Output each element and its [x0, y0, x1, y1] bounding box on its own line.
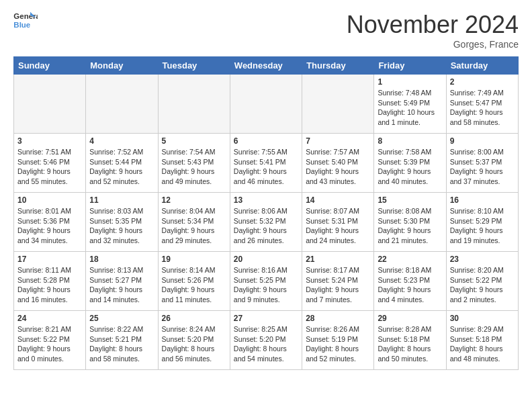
day-detail: Sunrise: 8:07 AM Sunset: 5:31 PM Dayligh… [306, 206, 370, 246]
calendar-day-cell: 9Sunrise: 8:00 AM Sunset: 5:37 PM Daylig… [446, 134, 518, 193]
calendar-day-cell: 23Sunrise: 8:20 AM Sunset: 5:22 PM Dayli… [446, 252, 518, 311]
day-number: 17 [17, 255, 82, 264]
day-detail: Sunrise: 7:48 AM Sunset: 5:49 PM Dayligh… [378, 88, 442, 128]
day-number: 28 [306, 314, 370, 323]
location: Gorges, France [347, 39, 519, 50]
day-number: 19 [162, 255, 226, 264]
day-number: 2 [450, 77, 515, 87]
day-detail: Sunrise: 8:21 AM Sunset: 5:22 PM Dayligh… [17, 324, 82, 364]
calendar-day-header: Wednesday [230, 57, 302, 75]
day-number: 6 [234, 136, 298, 146]
day-number: 26 [162, 314, 226, 323]
day-detail: Sunrise: 8:24 AM Sunset: 5:20 PM Dayligh… [162, 324, 226, 364]
day-number: 21 [306, 255, 370, 264]
day-number: 3 [17, 136, 82, 146]
calendar-day-cell: 4Sunrise: 7:52 AM Sunset: 5:44 PM Daylig… [86, 134, 158, 193]
calendar-week-row: 1Sunrise: 7:48 AM Sunset: 5:49 PM Daylig… [14, 75, 519, 134]
calendar-day-cell: 5Sunrise: 7:54 AM Sunset: 5:43 PM Daylig… [158, 134, 230, 193]
calendar-day-cell: 21Sunrise: 8:17 AM Sunset: 5:24 PM Dayli… [302, 252, 374, 311]
day-detail: Sunrise: 7:57 AM Sunset: 5:40 PM Dayligh… [306, 147, 370, 187]
calendar-day-cell: 12Sunrise: 8:04 AM Sunset: 5:34 PM Dayli… [158, 193, 230, 252]
day-number: 13 [234, 195, 298, 205]
calendar-day-cell [14, 75, 86, 134]
calendar-day-header: Friday [374, 57, 446, 75]
day-number: 30 [450, 314, 515, 323]
day-detail: Sunrise: 8:28 AM Sunset: 5:18 PM Dayligh… [378, 324, 442, 364]
day-detail: Sunrise: 7:54 AM Sunset: 5:43 PM Dayligh… [162, 147, 226, 187]
calendar-day-cell: 1Sunrise: 7:48 AM Sunset: 5:49 PM Daylig… [374, 75, 446, 134]
day-detail: Sunrise: 8:14 AM Sunset: 5:26 PM Dayligh… [162, 265, 226, 305]
calendar-day-cell: 30Sunrise: 8:29 AM Sunset: 5:18 PM Dayli… [446, 311, 518, 370]
day-detail: Sunrise: 8:13 AM Sunset: 5:27 PM Dayligh… [89, 265, 154, 305]
day-detail: Sunrise: 8:00 AM Sunset: 5:37 PM Dayligh… [450, 147, 515, 187]
calendar-week-row: 24Sunrise: 8:21 AM Sunset: 5:22 PM Dayli… [14, 311, 519, 370]
day-detail: Sunrise: 8:04 AM Sunset: 5:34 PM Dayligh… [162, 206, 226, 246]
day-number: 4 [89, 136, 154, 146]
calendar-day-cell: 11Sunrise: 8:03 AM Sunset: 5:35 PM Dayli… [86, 193, 158, 252]
day-detail: Sunrise: 8:18 AM Sunset: 5:23 PM Dayligh… [378, 265, 442, 305]
day-detail: Sunrise: 8:25 AM Sunset: 5:20 PM Dayligh… [234, 324, 298, 364]
svg-text:Blue: Blue [13, 21, 30, 29]
calendar-day-cell: 27Sunrise: 8:25 AM Sunset: 5:20 PM Dayli… [230, 311, 302, 370]
day-number: 16 [450, 195, 515, 205]
day-detail: Sunrise: 8:22 AM Sunset: 5:21 PM Dayligh… [89, 324, 154, 364]
calendar-day-cell: 7Sunrise: 7:57 AM Sunset: 5:40 PM Daylig… [302, 134, 374, 193]
day-detail: Sunrise: 8:29 AM Sunset: 5:18 PM Dayligh… [450, 324, 515, 364]
calendar-day-header: Sunday [14, 57, 86, 75]
day-number: 22 [378, 255, 442, 264]
calendar-day-cell: 18Sunrise: 8:13 AM Sunset: 5:27 PM Dayli… [86, 252, 158, 311]
calendar-day-cell: 17Sunrise: 8:11 AM Sunset: 5:28 PM Dayli… [14, 252, 86, 311]
day-number: 1 [378, 77, 442, 87]
calendar-day-cell: 10Sunrise: 8:01 AM Sunset: 5:36 PM Dayli… [14, 193, 86, 252]
calendar-day-cell: 2Sunrise: 7:49 AM Sunset: 5:47 PM Daylig… [446, 75, 518, 134]
day-detail: Sunrise: 8:11 AM Sunset: 5:28 PM Dayligh… [17, 265, 82, 305]
calendar-week-row: 3Sunrise: 7:51 AM Sunset: 5:46 PM Daylig… [14, 134, 519, 193]
calendar-day-cell: 15Sunrise: 8:08 AM Sunset: 5:30 PM Dayli… [374, 193, 446, 252]
day-number: 11 [89, 195, 154, 205]
calendar-day-cell: 25Sunrise: 8:22 AM Sunset: 5:21 PM Dayli… [86, 311, 158, 370]
day-number: 25 [89, 314, 154, 323]
day-detail: Sunrise: 8:06 AM Sunset: 5:32 PM Dayligh… [234, 206, 298, 246]
day-number: 20 [234, 255, 298, 264]
day-detail: Sunrise: 7:52 AM Sunset: 5:44 PM Dayligh… [89, 147, 154, 187]
calendar-day-cell: 19Sunrise: 8:14 AM Sunset: 5:26 PM Dayli… [158, 252, 230, 311]
logo-icon: General Blue [13, 11, 38, 31]
calendar-day-cell: 14Sunrise: 8:07 AM Sunset: 5:31 PM Dayli… [302, 193, 374, 252]
page-container: General Blue November 2024 Gorges, Franc… [0, 0, 532, 381]
calendar-day-header: Monday [86, 57, 158, 75]
header: General Blue November 2024 Gorges, Franc… [13, 11, 519, 50]
calendar-day-cell: 28Sunrise: 8:26 AM Sunset: 5:19 PM Dayli… [302, 311, 374, 370]
calendar-header-row: SundayMondayTuesdayWednesdayThursdayFrid… [14, 57, 519, 75]
calendar-day-header: Thursday [302, 57, 374, 75]
day-number: 14 [306, 195, 370, 205]
calendar-table: SundayMondayTuesdayWednesdayThursdayFrid… [13, 56, 519, 370]
calendar-week-row: 17Sunrise: 8:11 AM Sunset: 5:28 PM Dayli… [14, 252, 519, 311]
day-detail: Sunrise: 7:55 AM Sunset: 5:41 PM Dayligh… [234, 147, 298, 187]
calendar-week-row: 10Sunrise: 8:01 AM Sunset: 5:36 PM Dayli… [14, 193, 519, 252]
day-number: 27 [234, 314, 298, 323]
day-number: 7 [306, 136, 370, 146]
title-section: November 2024 Gorges, France [347, 11, 519, 50]
calendar-day-cell: 6Sunrise: 7:55 AM Sunset: 5:41 PM Daylig… [230, 134, 302, 193]
calendar-day-cell [302, 75, 374, 134]
day-detail: Sunrise: 7:58 AM Sunset: 5:39 PM Dayligh… [378, 147, 442, 187]
day-detail: Sunrise: 8:01 AM Sunset: 5:36 PM Dayligh… [17, 206, 82, 246]
calendar-day-cell: 26Sunrise: 8:24 AM Sunset: 5:20 PM Dayli… [158, 311, 230, 370]
calendar-day-cell [86, 75, 158, 134]
day-number: 29 [378, 314, 442, 323]
day-detail: Sunrise: 8:17 AM Sunset: 5:24 PM Dayligh… [306, 265, 370, 305]
day-detail: Sunrise: 8:03 AM Sunset: 5:35 PM Dayligh… [89, 206, 154, 246]
calendar-day-cell: 16Sunrise: 8:10 AM Sunset: 5:29 PM Dayli… [446, 193, 518, 252]
day-number: 18 [89, 255, 154, 264]
day-number: 24 [17, 314, 82, 323]
day-number: 12 [162, 195, 226, 205]
day-number: 15 [378, 195, 442, 205]
day-detail: Sunrise: 8:20 AM Sunset: 5:22 PM Dayligh… [450, 265, 515, 305]
calendar-day-cell: 8Sunrise: 7:58 AM Sunset: 5:39 PM Daylig… [374, 134, 446, 193]
logo: General Blue [13, 11, 38, 31]
day-number: 10 [17, 195, 82, 205]
day-detail: Sunrise: 8:10 AM Sunset: 5:29 PM Dayligh… [450, 206, 515, 246]
day-detail: Sunrise: 8:08 AM Sunset: 5:30 PM Dayligh… [378, 206, 442, 246]
month-title: November 2024 [347, 11, 519, 39]
calendar-day-cell [230, 75, 302, 134]
